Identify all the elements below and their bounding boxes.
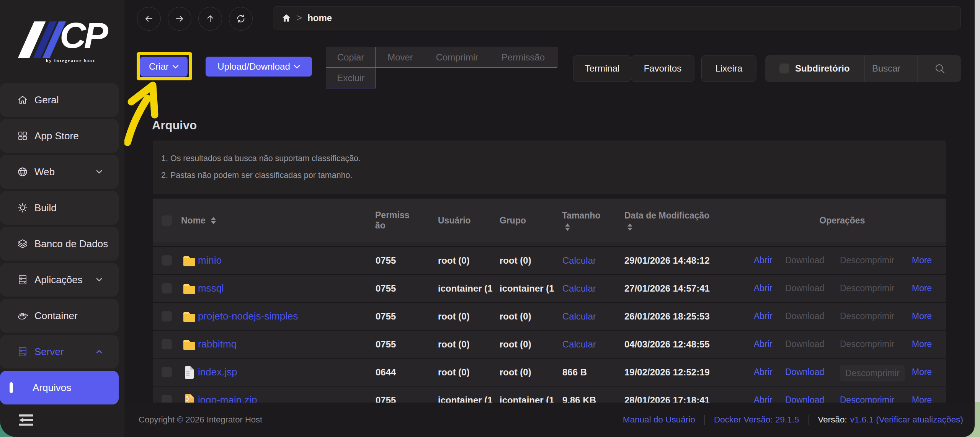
table-row: jogo-main.zip 0755 icontainer (1 icontai…: [153, 386, 946, 403]
select-all-checkbox[interactable]: [162, 215, 172, 226]
more-link[interactable]: More: [912, 303, 932, 330]
descomprimir-link: Descomprimir: [840, 275, 894, 302]
row-checkbox[interactable]: [162, 339, 172, 349]
copiar-button[interactable]: Copiar: [326, 47, 376, 68]
sidebar-item-label: Server: [34, 346, 64, 358]
manual-link[interactable]: Manual do Usuário: [623, 415, 695, 425]
search-input[interactable]: Buscar: [872, 55, 901, 82]
perm-cell: 0755: [376, 331, 396, 358]
notes-panel: 1. Os resultados da busca não suportam c…: [153, 140, 946, 194]
footer: Copyright © 2026 Integrator Host Manual …: [124, 403, 975, 437]
calcular-link[interactable]: Calcular: [562, 275, 596, 302]
user-cell: root (0): [438, 247, 499, 274]
calcular-link[interactable]: Calcular: [562, 247, 596, 274]
app-logo: CP by integrator host: [11, 21, 118, 60]
nav-forward-button[interactable]: [168, 7, 191, 31]
column-header-tamanho[interactable]: Tamanho: [562, 199, 601, 242]
sidebar-item-label: Banco de Dados: [34, 238, 108, 250]
nav-up-button[interactable]: [198, 7, 222, 31]
sidebar-item-container[interactable]: Container: [0, 299, 119, 333]
abrir-link[interactable]: Abrir: [754, 359, 773, 386]
upload-download-label: Upload/Download: [217, 61, 290, 72]
search-icon[interactable]: [934, 63, 945, 75]
user-cell: root (0): [438, 303, 499, 330]
group-cell: root (0): [500, 247, 561, 274]
abrir-link[interactable]: Abrir: [754, 275, 773, 302]
excluir-button[interactable]: Excluir: [326, 67, 376, 88]
subdiretorio-checkbox[interactable]: [779, 64, 789, 73]
table-row: rabbitmq 0755 root (0) root (0) Calcular…: [153, 330, 946, 358]
version-update-link[interactable]: v1.6.1 (Verificar atualizações): [850, 415, 963, 425]
file-name-link[interactable]: jogo-main.zip: [198, 386, 257, 403]
sort-icon[interactable]: [211, 217, 216, 224]
folder-icon: [183, 310, 196, 323]
sidebar-item-server[interactable]: Server: [0, 335, 119, 369]
sidebar-item-geral[interactable]: Geral: [0, 83, 119, 117]
comprimir-button[interactable]: Comprimir: [425, 47, 489, 68]
abrir-link[interactable]: Abrir: [754, 247, 773, 274]
scrollbar[interactable]: [975, 0, 980, 402]
column-header-permissao: Permissão: [375, 199, 412, 242]
mover-button[interactable]: Mover: [375, 47, 425, 68]
nav-refresh-button[interactable]: [229, 7, 253, 31]
calcular-link[interactable]: Calcular: [562, 303, 596, 330]
more-link[interactable]: More: [912, 359, 932, 386]
file-name-link[interactable]: rabbitmq: [198, 331, 237, 358]
sidebar-item-banco-de-dados[interactable]: Banco de Dados: [0, 227, 119, 261]
table-row: index.jsp 0644 root (0) root (0) 866 B 1…: [153, 358, 946, 386]
row-checkbox[interactable]: [162, 311, 172, 321]
user-cell: root (0): [438, 331, 499, 358]
sidebar-item-web[interactable]: Web: [0, 155, 119, 189]
row-checkbox[interactable]: [162, 367, 172, 377]
more-link[interactable]: More: [912, 275, 932, 302]
abrir-link[interactable]: Abrir: [754, 331, 773, 358]
sidebar-item-label: Web: [34, 166, 55, 178]
column-header-grupo: Grupo: [500, 199, 526, 242]
perm-cell: 0755: [376, 303, 396, 330]
version-label: Versão:: [818, 415, 847, 425]
group-cell: icontainer (1: [500, 275, 561, 302]
favoritos-button[interactable]: Favoritos: [631, 55, 694, 82]
sidebar-item-app-store[interactable]: App Store: [0, 119, 119, 153]
calcular-link[interactable]: Calcular: [562, 331, 596, 358]
row-checkbox[interactable]: [162, 283, 172, 294]
sort-icon[interactable]: [565, 223, 601, 231]
permissao-button[interactable]: Permissão: [489, 47, 557, 68]
collapse-sidebar-icon[interactable]: [19, 414, 33, 426]
file-name-link[interactable]: minio: [198, 247, 222, 274]
row-checkbox[interactable]: [162, 395, 172, 403]
abrir-link[interactable]: Abrir: [754, 303, 773, 330]
download-link[interactable]: Download: [785, 386, 824, 403]
terminal-button[interactable]: Terminal: [573, 55, 631, 82]
descomprimir-link[interactable]: Descomprimir: [840, 386, 894, 403]
file-name-link[interactable]: mssql: [198, 275, 224, 302]
breadcrumb-separator: >: [296, 12, 302, 24]
nav-back-button[interactable]: [137, 7, 161, 31]
sidebar-item-label: Arquivos: [33, 382, 71, 394]
sidebar-item-build[interactable]: Build: [0, 191, 119, 225]
docker-version-link[interactable]: Docker Versão: 29.1.5: [714, 415, 799, 425]
row-checkbox[interactable]: [162, 255, 172, 266]
column-header-nome[interactable]: Nome: [181, 199, 216, 242]
upload-download-button[interactable]: Upload/Download: [206, 57, 312, 77]
breadcrumb[interactable]: > home: [273, 6, 961, 29]
zip-file-icon: [183, 394, 196, 403]
criar-button[interactable]: Criar: [140, 57, 188, 77]
perm-cell: 0755: [376, 275, 396, 302]
file-name-link[interactable]: index.jsp: [198, 359, 237, 386]
sort-icon[interactable]: [627, 223, 709, 231]
abrir-link[interactable]: Abrir: [754, 386, 773, 403]
sidebar-item-arquivos[interactable]: Arquivos: [0, 371, 119, 404]
more-link[interactable]: More: [912, 331, 932, 358]
lixeira-button[interactable]: Lixeira: [701, 55, 756, 82]
column-header-data[interactable]: Data de Modificação: [624, 199, 709, 242]
subdiretorio-label: Subdiretório: [795, 55, 850, 82]
more-link[interactable]: More: [912, 386, 932, 403]
group-cell: root (0): [500, 331, 561, 358]
divider: [864, 55, 865, 82]
favoritos-label: Favoritos: [644, 63, 682, 74]
sidebar-item-aplicacoes[interactable]: Aplicações: [0, 263, 119, 297]
more-link[interactable]: More: [912, 247, 932, 274]
file-name-link[interactable]: projeto-nodejs-simples: [198, 303, 298, 330]
download-link[interactable]: Download: [785, 359, 824, 386]
